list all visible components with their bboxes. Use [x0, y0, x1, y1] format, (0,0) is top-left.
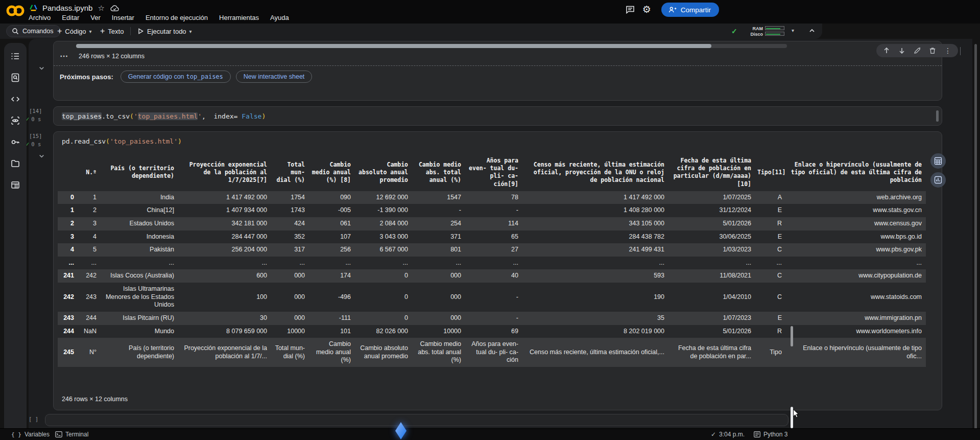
- menu-entorno-de-ejecución[interactable]: Entorno de ejecución: [146, 14, 208, 23]
- table-cell: Pakistán: [101, 243, 178, 257]
- horizontal-scrollbar[interactable]: [76, 44, 787, 48]
- table-of-contents-icon[interactable]: [10, 51, 20, 61]
- table-cell: Años para even- tual du- pli- ca- ción: [465, 338, 522, 367]
- horizontal-scrollbar-thumb[interactable]: [76, 44, 711, 48]
- table-cell: 424: [271, 217, 309, 230]
- table-cell: 8 202 019 000: [522, 325, 668, 338]
- table-cell: Islas Ultramarinas Menores de los Estado…: [101, 283, 178, 312]
- menu-herramientas[interactable]: Herramientas: [219, 14, 259, 23]
- find-replace-icon[interactable]: [10, 73, 20, 83]
- table-cell: 244: [78, 312, 101, 325]
- dataframe-output-cell[interactable]: ⋯ 246 rows × 12 columns Próximos pasos: …: [53, 41, 942, 101]
- output-options-icon[interactable]: ⋯: [60, 51, 68, 61]
- commands-button[interactable]: Comandos: [6, 25, 61, 37]
- run-all-button[interactable]: Ejecutar todo ▾: [137, 25, 192, 37]
- new-interactive-sheet-button[interactable]: New interactive sheet: [236, 71, 313, 83]
- code-cell-14[interactable]: top_paises.to_csv('top_paises.html', ind…: [53, 106, 942, 126]
- settings-gear-icon[interactable]: ⚙: [642, 5, 653, 15]
- empty-execution-count[interactable]: [ ]: [29, 416, 38, 422]
- code-cell-15[interactable]: pd.read_csv('top_paises.html') N.ºPaís (…: [53, 131, 942, 410]
- table-cell: 371: [412, 230, 465, 244]
- menu-ver[interactable]: Ver: [90, 14, 101, 23]
- share-button[interactable]: Compartir: [661, 3, 719, 17]
- eye-scan-icon[interactable]: [10, 115, 20, 126]
- collapse-output-icon[interactable]: [38, 152, 45, 160]
- table-cell: E: [755, 230, 786, 244]
- terminal-button[interactable]: Terminal: [55, 431, 88, 438]
- kernel-status[interactable]: Python 3: [754, 431, 787, 438]
- code-editor[interactable]: top_paises.to_csv('top_paises.html', ind…: [54, 107, 942, 120]
- secrets-key-icon[interactable]: [10, 137, 20, 147]
- collapse-header-icon[interactable]: [808, 27, 816, 35]
- table-cell: www.statoids.com: [786, 283, 926, 312]
- table-cell: Estados Unidos: [101, 217, 178, 230]
- execution-count[interactable]: [14]: [29, 108, 42, 114]
- execution-time: 0 s: [31, 141, 41, 147]
- table-cell: ...: [755, 257, 786, 270]
- chevron-down-icon[interactable]: ▾: [89, 29, 92, 34]
- empty-code-cell[interactable]: [45, 414, 788, 426]
- add-code-button[interactable]: + Código ▾: [57, 25, 92, 37]
- table-cell: 1743: [271, 204, 309, 217]
- table-cell: ...: [668, 257, 755, 270]
- table-cell: 343 105 000: [522, 217, 668, 230]
- chevron-down-icon[interactable]: ▾: [189, 29, 192, 34]
- connected-check-icon: ✓: [731, 27, 737, 35]
- table-row: 245N°País (o territorio dependiente)Proy…: [58, 338, 926, 367]
- generate-code-button[interactable]: Generar código con top_paises: [121, 71, 231, 83]
- generate-code-varname: top_paises: [186, 73, 223, 80]
- cell-scrollbar-thumb[interactable]: [936, 110, 939, 122]
- interactive-table-button[interactable]: [930, 153, 946, 169]
- table-cell: www.stats.gov.cn: [786, 204, 926, 217]
- execution-count[interactable]: [15]: [29, 133, 42, 139]
- table-cell: 600: [178, 269, 271, 283]
- code-snippets-icon[interactable]: [10, 94, 20, 104]
- star-icon[interactable]: ☆: [98, 4, 104, 12]
- table-cell: www.worldometers.info: [786, 325, 926, 338]
- move-cell-up-icon[interactable]: [882, 47, 891, 55]
- row-index-cell: 0: [58, 191, 78, 204]
- comments-icon[interactable]: [625, 5, 635, 15]
- table-cell: Islas Pitcairn (RU): [101, 312, 178, 325]
- data-table-icon[interactable]: [10, 180, 20, 190]
- collapse-cell-icon[interactable]: [38, 64, 45, 72]
- table-cell: 0: [355, 312, 412, 325]
- table-cell: www.bps.go.id: [786, 230, 926, 244]
- chart-suggestions-button[interactable]: [930, 172, 946, 188]
- colab-logo-icon[interactable]: [6, 4, 25, 17]
- chevron-down-icon[interactable]: ▾: [792, 28, 794, 33]
- code-editor[interactable]: pd.read_csv('top_paises.html'): [54, 132, 942, 145]
- output-scrollbar-thumb[interactable]: [791, 326, 793, 346]
- table-cell: 8 079 659 000: [178, 325, 271, 338]
- page-scrollbar-thumb[interactable]: [974, 44, 977, 437]
- execution-time: 0 s: [31, 116, 41, 122]
- notebook-title[interactable]: Pandass.ipynb: [42, 4, 92, 12]
- execution-status: ✓ 0 s: [26, 141, 41, 148]
- menu-ayuda[interactable]: Ayuda: [270, 14, 289, 23]
- files-folder-icon[interactable]: [10, 158, 20, 169]
- table-cell: www.immigration.pn: [786, 312, 926, 325]
- edit-with-ai-icon[interactable]: [913, 47, 921, 55]
- row-index-cell: 244: [58, 325, 78, 338]
- column-header: Cambio medio anual (%) [8]: [309, 154, 355, 191]
- variables-button[interactable]: { } Variables: [11, 431, 50, 438]
- gemini-spark-button[interactable]: [395, 422, 407, 439]
- commands-label: Comandos: [22, 28, 53, 35]
- move-cell-down-icon[interactable]: [898, 47, 906, 55]
- column-header: Cambio medio abs. total anual (%): [412, 154, 465, 191]
- table-cell: R: [755, 325, 786, 338]
- add-text-button[interactable]: + Texto: [100, 25, 124, 37]
- table-row: .......................................: [58, 257, 926, 270]
- table-cell: 1 417 492 000: [178, 191, 271, 204]
- more-actions-icon[interactable]: ⋮: [944, 47, 952, 55]
- table-cell: ...: [786, 257, 926, 270]
- play-icon: [137, 28, 144, 35]
- menu-editar[interactable]: Editar: [62, 14, 79, 23]
- table-cell: www.pbs.gov.pk: [786, 243, 926, 257]
- table-cell: -111: [309, 312, 355, 325]
- table-cell: Enlace o hipervínculo (usualmente de tip…: [786, 338, 926, 367]
- delete-cell-icon[interactable]: [928, 47, 937, 55]
- menu-insertar[interactable]: Insertar: [112, 14, 134, 23]
- menu-archivo[interactable]: Archivo: [29, 14, 51, 23]
- table-cell: ...: [465, 257, 522, 270]
